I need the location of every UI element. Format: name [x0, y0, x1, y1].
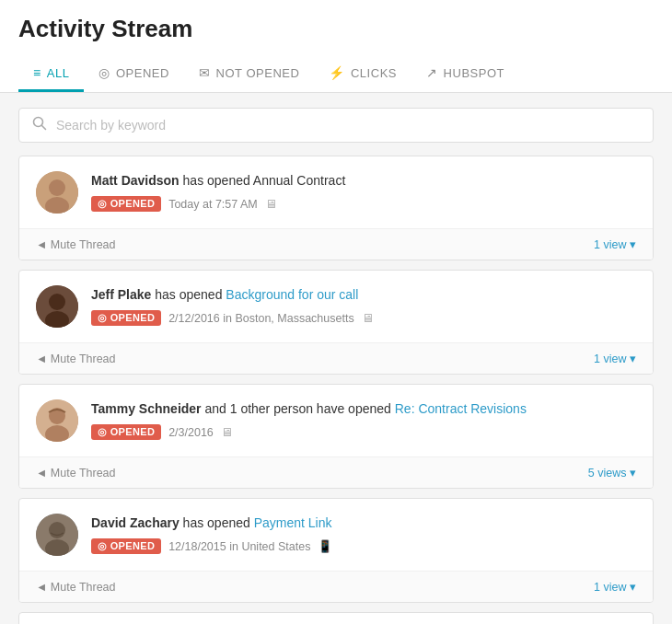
view-count[interactable]: 1 view ▾ [594, 237, 636, 251]
item-content: Tammy Schneider and 1 other person have … [91, 399, 636, 440]
status-badge: ◎ OPENED [91, 310, 161, 326]
device-icon: 🖥 [265, 197, 277, 211]
item-content: David Zachary has opened Payment Link ◎ … [91, 514, 636, 554]
item-content: Jeff Plake has opened Background for our… [91, 285, 636, 326]
subject-link[interactable]: Background for our call [226, 287, 358, 302]
svg-point-12 [49, 522, 65, 538]
activity-item: Matt Davidson has opened Annual Contract… [18, 156, 654, 260]
tab-all-icon: ≡ [33, 65, 41, 80]
activity-item: David Zachary has opened Payment Link ◎ … [18, 498, 654, 603]
device-icon: 🖥 [221, 425, 233, 439]
item-footer: ◄ Mute Thread 1 view ▾ [19, 571, 653, 602]
mute-thread-button[interactable]: ◄ Mute Thread [36, 581, 116, 594]
status-badge: ◎ OPENED [91, 424, 161, 440]
view-count[interactable]: 5 views ▾ [588, 466, 636, 480]
mute-thread-button[interactable]: ◄ Mute Thread [36, 352, 116, 365]
contact-name: Jeff Plake [91, 287, 151, 302]
avatar [36, 171, 78, 214]
item-timestamp: 2/3/2016 [168, 426, 214, 439]
tab-all[interactable]: ≡ ALL [18, 56, 84, 92]
item-text: Jeff Plake has opened Background for our… [91, 285, 636, 305]
page-header: Activity Stream ≡ ALL ◎ OPENED ✉ NOT OPE… [0, 0, 672, 93]
tab-clicks-icon: ⚡ [329, 65, 345, 80]
item-meta: ◎ OPENED 2/12/2016 in Boston, Massachuse… [91, 310, 636, 326]
contact-name: Matt Davidson [91, 173, 180, 188]
item-text: Matt Davidson has opened Annual Contract [91, 171, 636, 191]
view-count[interactable]: 1 view ▾ [594, 580, 636, 594]
mute-thread-button[interactable]: ◄ Mute Thread [36, 238, 116, 251]
activity-item: Cathy Sampson has clicked Product PDF in… [18, 612, 654, 624]
item-meta: ◎ OPENED 12/18/2015 in United States 📱 [91, 538, 636, 554]
item-footer: ◄ Mute Thread 1 view ▾ [19, 342, 653, 374]
mute-thread-button[interactable]: ◄ Mute Thread [36, 467, 116, 480]
tab-not-opened[interactable]: ✉ NOT OPENED [184, 56, 314, 92]
svg-line-1 [42, 126, 46, 130]
status-badge: ◎ OPENED [91, 196, 161, 212]
item-timestamp: 12/18/2015 in United States [168, 540, 310, 553]
tab-opened[interactable]: ◎ OPENED [84, 56, 184, 92]
item-main: Matt Davidson has opened Annual Contract… [19, 156, 653, 228]
item-timestamp: 2/12/2016 in Boston, Massachusetts [168, 312, 354, 325]
item-main: Tammy Schneider and 1 other person have … [19, 385, 653, 456]
item-meta: ◎ OPENED Today at 7:57 AM 🖥 [91, 196, 636, 212]
item-main: Cathy Sampson has clicked Product PDF in… [19, 613, 653, 624]
item-text: Tammy Schneider and 1 other person have … [91, 399, 636, 419]
device-icon: 🖥 [362, 311, 374, 325]
avatar [36, 285, 78, 328]
item-meta: ◎ OPENED 2/3/2016 🖥 [91, 424, 636, 440]
avatar [36, 514, 78, 556]
subject-link[interactable]: Re: Contract Revisions [395, 401, 527, 416]
contact-name: David Zachary [91, 515, 180, 530]
tab-clicks[interactable]: ⚡ CLICKS [314, 56, 411, 92]
page-title: Activity Stream [18, 15, 654, 43]
tabs-bar: ≡ ALL ◎ OPENED ✉ NOT OPENED ⚡ CLICKS ↗ H… [18, 56, 654, 92]
item-timestamp: Today at 7:57 AM [168, 198, 258, 211]
status-badge: ◎ OPENED [91, 538, 161, 554]
view-count[interactable]: 1 view ▾ [594, 352, 636, 365]
search-bar[interactable] [18, 108, 654, 143]
tab-hubspot-icon: ↗ [426, 65, 438, 80]
search-input[interactable] [56, 118, 640, 133]
main-content: Matt Davidson has opened Annual Contract… [0, 93, 672, 624]
tab-opened-icon: ◎ [98, 65, 110, 80]
search-icon [32, 116, 47, 134]
page-wrapper: Activity Stream ≡ ALL ◎ OPENED ✉ NOT OPE… [0, 0, 672, 624]
item-main: Jeff Plake has opened Background for our… [19, 271, 653, 342]
svg-point-6 [49, 294, 65, 310]
contact-name: Tammy Schneider [91, 401, 202, 416]
activity-item: Tammy Schneider and 1 other person have … [18, 384, 654, 489]
device-icon: 📱 [318, 539, 332, 553]
tab-not-opened-icon: ✉ [199, 65, 211, 80]
item-main: David Zachary has opened Payment Link ◎ … [19, 499, 653, 571]
item-content: Matt Davidson has opened Annual Contract… [91, 171, 636, 212]
avatar [36, 399, 78, 442]
tab-hubspot[interactable]: ↗ HUBSPOT [411, 56, 519, 92]
subject-link[interactable]: Payment Link [254, 515, 332, 530]
svg-point-3 [49, 179, 65, 196]
item-footer: ◄ Mute Thread 5 views ▾ [19, 456, 653, 488]
item-footer: ◄ Mute Thread 1 view ▾ [19, 228, 653, 260]
item-text: David Zachary has opened Payment Link [91, 514, 636, 533]
activity-item: Jeff Plake has opened Background for our… [18, 270, 654, 375]
